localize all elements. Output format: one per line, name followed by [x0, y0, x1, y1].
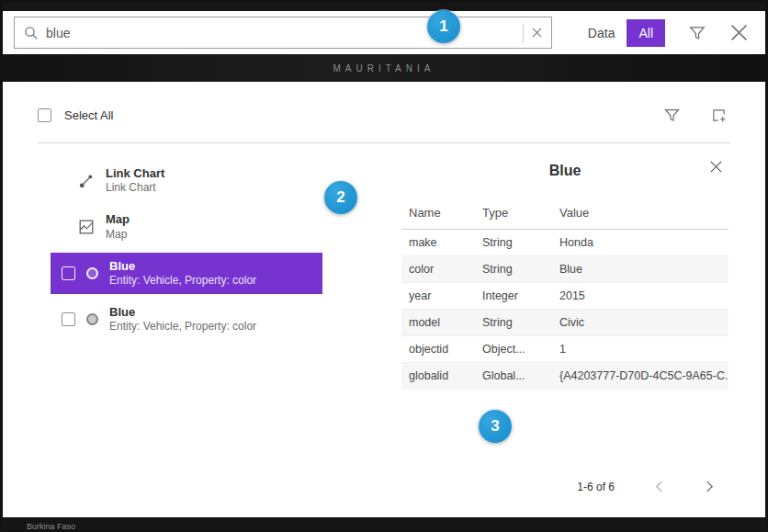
- result-subtitle: Link Chart: [106, 181, 164, 195]
- table-row: year Integer 2015: [401, 283, 728, 310]
- entity-icon: [86, 313, 98, 325]
- result-checkbox[interactable]: [62, 312, 75, 326]
- properties-table: Name Type Value make String Honda color: [401, 200, 728, 390]
- search-toolbar: Data All: [3, 11, 765, 54]
- map-label-mauritania: MAURITANIA: [333, 63, 435, 74]
- cell-value: {A4203777-D70D-4C5C-9A65-C...: [552, 363, 728, 390]
- result-item-map[interactable]: Map Map: [38, 206, 379, 247]
- cell-type: Object...: [475, 336, 552, 363]
- cell-value: 1: [552, 336, 728, 363]
- col-value: Value: [552, 200, 728, 230]
- table-row: color String Blue: [401, 256, 728, 283]
- detail-title: Blue: [549, 163, 582, 179]
- result-item-blue-selected[interactable]: Blue Entity: Vehicle, Property: color: [51, 253, 322, 294]
- result-text: Link Chart Link Chart: [106, 166, 164, 195]
- filter-icon[interactable]: [685, 21, 709, 45]
- table-header-row: Name Type Value: [401, 200, 728, 230]
- cell-name: objectid: [401, 336, 475, 363]
- scope-all-button[interactable]: All: [627, 19, 665, 47]
- close-search-icon[interactable]: [726, 19, 752, 46]
- cell-name: model: [401, 310, 475, 336]
- close-detail-icon[interactable]: [707, 158, 725, 178]
- result-text: Map Map: [106, 212, 130, 241]
- filter-results-icon[interactable]: [661, 104, 683, 127]
- pagination-range: 1-6 of 6: [577, 481, 615, 493]
- select-all-checkbox[interactable]: [38, 108, 51, 122]
- map-label-bottom: Burkina Faso: [3, 517, 765, 529]
- entity-icon: [86, 267, 98, 279]
- table-row: globalid Global... {A4203777-D70D-4C5C-9…: [401, 363, 728, 390]
- map-label-bottom-text: Burkina Faso: [27, 522, 75, 529]
- cell-name: make: [401, 230, 475, 256]
- cell-name: year: [401, 283, 475, 310]
- result-title: Blue: [109, 305, 256, 320]
- result-checkbox[interactable]: [62, 266, 75, 280]
- table-row: model String Civic: [401, 310, 728, 336]
- clear-search-icon[interactable]: [524, 17, 551, 48]
- link-chart-icon: [78, 173, 95, 189]
- result-title: Blue: [109, 259, 256, 274]
- cell-value: Blue: [552, 256, 728, 283]
- results-header-actions: [661, 104, 730, 127]
- callout-badge-3: 3: [479, 410, 512, 443]
- result-title: Map: [106, 212, 130, 227]
- detail-header: Blue: [401, 154, 728, 187]
- cell-type: String: [475, 256, 552, 283]
- result-subtitle: Entity: Vehicle, Property: color: [109, 320, 256, 334]
- callout-badge-2: 2: [324, 181, 357, 214]
- cell-name: globalid: [401, 363, 475, 390]
- table-row: make String Honda: [401, 230, 728, 256]
- result-text: Blue Entity: Vehicle, Property: color: [109, 259, 256, 288]
- add-to-frame-icon[interactable]: [707, 104, 730, 127]
- cell-value: Civic: [552, 310, 728, 336]
- scope-data-button[interactable]: Data: [576, 19, 627, 47]
- detail-panel: Blue Name Type Value: [379, 143, 730, 512]
- cell-type: Integer: [475, 283, 552, 310]
- map-background: MAURITANIA: [3, 54, 765, 82]
- app-window: WESTERN SAHARA Data All MAURITANIA: [0, 0, 768, 532]
- callout-badge-1: 1: [427, 10, 460, 43]
- results-header: Select All: [38, 104, 730, 127]
- result-text: Blue Entity: Vehicle, Property: color: [109, 305, 256, 334]
- col-name: Name: [401, 200, 475, 230]
- cell-type: String: [475, 230, 552, 256]
- search-box: [14, 17, 552, 49]
- search-results-panel: Select All Link Chart Lin: [3, 82, 765, 517]
- cell-value: Honda: [552, 230, 728, 256]
- page-next-icon[interactable]: [704, 478, 716, 495]
- cell-type: String: [475, 310, 552, 336]
- col-type: Type: [475, 200, 552, 230]
- search-scope-toggle: Data All: [576, 19, 665, 47]
- search-icon: [24, 26, 39, 40]
- map-icon: [78, 219, 95, 235]
- page-prev-icon[interactable]: [653, 478, 665, 495]
- select-all-label: Select All: [64, 108, 113, 122]
- cell-type: Global...: [475, 363, 552, 390]
- map-label-top: WESTERN SAHARA: [3, 3, 765, 11]
- table-row: objectid Object... 1: [401, 336, 728, 363]
- results-body: Link Chart Link Chart Map Map: [38, 143, 730, 512]
- result-subtitle: Entity: Vehicle, Property: color: [109, 274, 256, 288]
- result-item-blue[interactable]: Blue Entity: Vehicle, Property: color: [51, 299, 322, 340]
- result-title: Link Chart: [106, 166, 164, 181]
- result-subtitle: Map: [106, 228, 130, 242]
- pagination: 1-6 of 6: [401, 478, 728, 503]
- cell-name: color: [401, 256, 475, 283]
- cell-value: 2015: [552, 283, 728, 310]
